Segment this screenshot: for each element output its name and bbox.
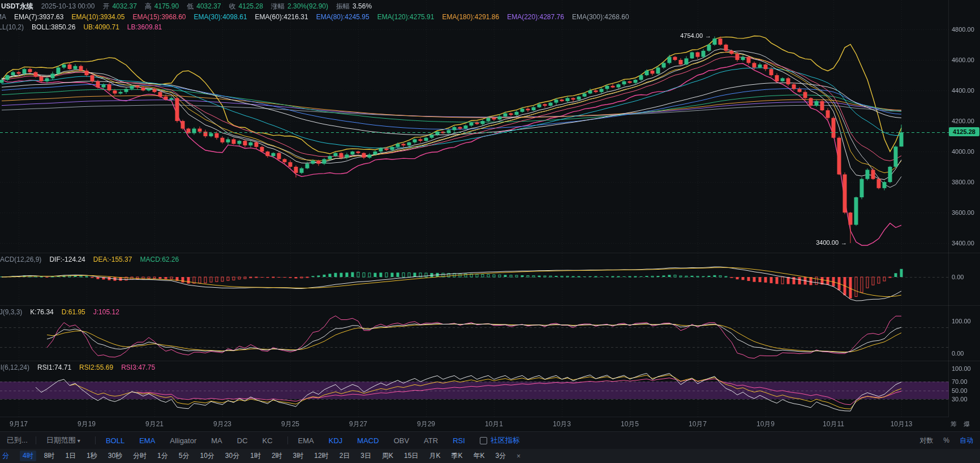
time-axis-label: 9月29 [417,417,435,431]
kdj-axis-label: 0.00 [952,350,964,357]
timeframe-3日[interactable]: 3日 [360,451,371,461]
timeframe-1分[interactable]: 1分 [157,451,168,461]
time-axis-label: 10月11 [823,417,844,431]
macd-axis-label: 0.00 [952,274,964,280]
timeframe-4时[interactable]: 4时 [20,451,36,461]
timeframe-toolbar: 分4时8时1日1秒30秒分时1分5分10分30分1时2时3时12时2日3日周K1… [0,449,980,463]
time-axis-label: 9月23 [213,417,231,431]
time-axis-label: 10月5 [621,417,639,431]
timeframe-12时[interactable]: 12时 [314,451,328,461]
rsi-axis-label: 50.00 [952,387,968,394]
timeframe-分时[interactable]: 分时 [133,451,147,461]
timeframe-周K[interactable]: 周K [382,451,393,461]
price-axis-label: 4800.00 [952,26,974,33]
timeframe-30分[interactable]: 30分 [225,451,239,461]
price-axis-label: 4600.00 [952,57,974,63]
community-indicator-icon [480,437,487,444]
timeframe-1秒[interactable]: 1秒 [87,451,97,461]
time-axis-label: 9月19 [78,417,96,431]
time-axis[interactable]: 9月179月199月219月239月259月279月2910月110月310月5… [0,417,949,432]
price-axis-label: 3600.00 [952,209,974,216]
timeframe-3时[interactable]: 3时 [293,451,304,461]
close-icon[interactable]: × [517,452,521,460]
last-price-badge: 4125.28 [949,127,979,136]
annotation-text: 4754.00 [680,32,703,39]
indicator-button-dc[interactable]: DC [237,436,248,445]
pane-indicator-button-obv[interactable]: OBV [394,436,409,445]
timeframe-10分[interactable]: 10分 [200,451,214,461]
timeframe-季K[interactable]: 季K [451,451,462,461]
time-axis-label: 10月13 [891,417,913,431]
price-annotation: 3400.00→ [816,239,847,246]
pane-indicator-button-atr[interactable]: ATR [424,436,438,445]
price-axis-label: 3800.00 [952,179,974,185]
time-axis-label: 9月17 [10,417,28,431]
time-axis-label: 10月1 [485,417,503,431]
timeframe-年K[interactable]: 年K [473,451,484,461]
indicator-button-ema[interactable]: EMA [139,436,155,445]
time-axis-label: 9月25 [281,417,299,431]
timeframe-15日[interactable]: 15日 [404,451,418,461]
timeframe-分[interactable]: 分 [2,451,9,461]
rsi-axis-label: 70.00 [952,378,968,385]
time-axis-label: 10月7 [689,417,707,431]
pane-indicator-button-macd[interactable]: MACD [357,436,379,445]
annotation-text: 3400.00 [816,239,839,246]
timeframe-2时[interactable]: 2时 [272,451,282,461]
price-axis[interactable]: 4800.004600.004400.004200.004000.003800.… [949,0,980,417]
price-axis-label: 4000.00 [952,148,974,155]
arrow-right-icon: → [705,32,711,39]
indicator-toolbar: 已到...日期范围▾BOLLEMAAlligatorMADCKCEMAKDJMA… [0,431,980,449]
scale-control-自动[interactable]: 自动 [960,436,973,445]
time-axis-label: 9月27 [349,417,367,431]
timeframe-8时[interactable]: 8时 [44,451,55,461]
chevron-down-icon: ▾ [78,438,80,444]
history-notice: 已到... [7,435,28,445]
divider [95,436,96,444]
indicator-button-kc[interactable]: KC [263,436,273,445]
axis-corner-button[interactable]: 筹 [951,420,957,429]
axis-corner-button[interactable]: 爆 [964,420,970,429]
price-axis-label: 3400.00 [952,240,974,246]
price-annotation: 4754.00→ [680,32,711,39]
indicator-button-alligator[interactable]: Alligator [170,436,196,445]
divider [287,436,288,444]
time-axis-label: 10月3 [553,417,571,431]
pane-indicator-button-kdj[interactable]: KDJ [329,436,343,445]
community-indicators-button[interactable]: 社区指标 [491,435,520,445]
timeframe-3分[interactable]: 3分 [495,451,506,461]
timeframe-30秒[interactable]: 30秒 [108,451,122,461]
time-axis-label: 9月21 [145,417,164,431]
timeframe-1日[interactable]: 1日 [65,451,76,461]
arrow-right-icon: → [841,239,847,246]
chart-canvas[interactable] [0,0,980,417]
pane-indicator-button-rsi[interactable]: RSI [453,436,465,445]
timeframe-2日[interactable]: 2日 [339,451,350,461]
pane-indicator-button-ema[interactable]: EMA [298,436,314,445]
timeframe-1时[interactable]: 1时 [250,451,261,461]
timeframe-5分[interactable]: 5分 [179,451,190,461]
rsi-axis-label: 30.00 [952,396,968,403]
price-axis-label: 4400.00 [952,87,974,94]
divider [36,436,36,444]
timeframe-月K[interactable]: 月K [429,451,440,461]
scale-controls: 对数%自动 [919,436,973,445]
rsi-axis-label: 100.00 [952,365,971,372]
date-range-button[interactable]: 日期范围▾ [46,435,80,445]
time-axis-label: 10月9 [757,417,775,431]
scale-control-%[interactable]: % [943,436,949,444]
indicator-button-ma[interactable]: MA [211,436,222,445]
price-axis-label: 4200.00 [952,118,974,124]
indicator-button-boll[interactable]: BOLL [106,436,124,445]
kdj-axis-label: 100.00 [952,318,971,324]
scale-control-对数[interactable]: 对数 [919,436,933,445]
trading-terminal: 4800.004600.004400.004200.004000.003800.… [0,0,980,463]
axis-corner-buttons[interactable]: 筹爆 [951,417,980,431]
